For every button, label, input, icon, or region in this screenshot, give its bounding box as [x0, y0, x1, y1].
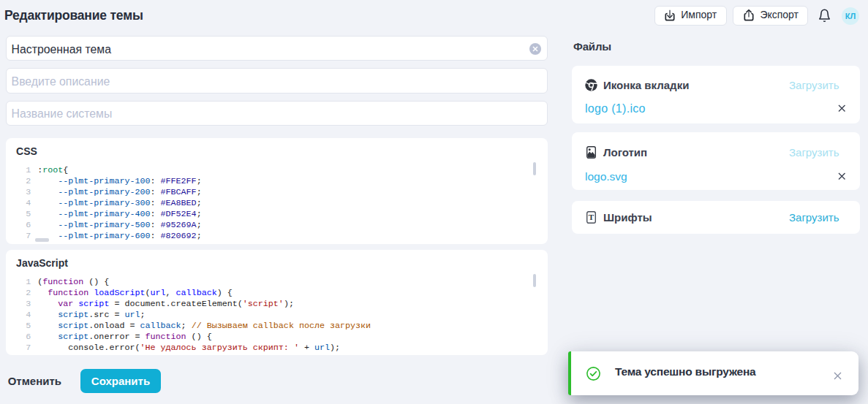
svg-text:T: T	[589, 213, 595, 221]
